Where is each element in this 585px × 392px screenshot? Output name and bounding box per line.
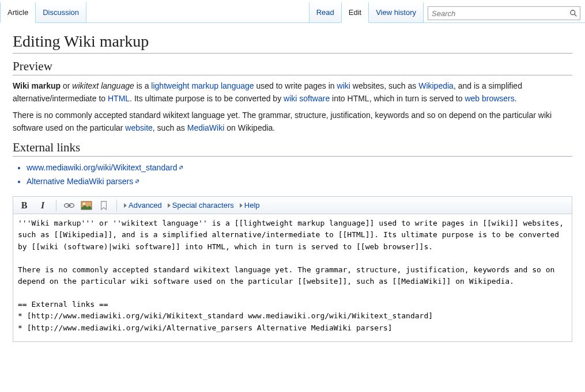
toolbar-special-characters[interactable]: Special characters <box>168 201 234 210</box>
list-item: www.mediawiki.org/wiki/Wikitext_standard <box>27 161 572 175</box>
tab-edit[interactable]: Edit <box>341 2 369 23</box>
toolbar-separator <box>56 200 56 211</box>
italic-button[interactable]: I <box>36 199 49 212</box>
wikitext-textarea[interactable] <box>13 214 572 340</box>
link-mediawiki[interactable]: MediaWiki <box>187 123 225 132</box>
top-tab-bar: Article Discussion Read Edit View histor… <box>0 0 585 23</box>
svg-point-0 <box>571 10 575 15</box>
search-container <box>428 6 580 20</box>
link-icon[interactable] <box>63 200 75 211</box>
content-area: Editing Wiki markup Preview Wiki markup … <box>0 23 585 342</box>
editor-toolbar: B I Advanced Special characters <box>13 197 572 214</box>
link-wiki[interactable]: wiki <box>337 81 350 90</box>
embedded-file-icon[interactable] <box>81 200 92 211</box>
toolbar-advanced[interactable]: Advanced <box>124 201 162 210</box>
link-html[interactable]: HTML <box>108 94 130 103</box>
external-link-alt-parsers[interactable]: Alternative MediaWiki parsers <box>27 177 133 186</box>
namespace-tabs: Article Discussion <box>0 2 86 22</box>
link-lightweight-markup[interactable]: lightweight markup language <box>151 81 254 90</box>
tab-view-history[interactable]: View history <box>368 2 424 22</box>
external-links-heading: External links <box>13 140 572 157</box>
tab-discussion[interactable]: Discussion <box>35 2 86 22</box>
view-tabs: Read Edit View history <box>309 2 423 22</box>
search-box[interactable] <box>428 6 580 20</box>
toolbar-help[interactable]: Help <box>240 201 260 210</box>
list-item: Alternative MediaWiki parsers <box>27 175 572 189</box>
search-input[interactable] <box>431 9 569 18</box>
external-links-list: www.mediawiki.org/wiki/Wikitext_standard… <box>13 161 572 189</box>
reference-icon[interactable] <box>98 200 110 211</box>
preview-heading: Preview <box>13 59 572 75</box>
link-website[interactable]: website <box>125 123 152 132</box>
link-wiki-software[interactable]: wiki software <box>284 94 330 103</box>
external-link-icon <box>134 175 140 181</box>
bold-text: Wiki markup <box>13 81 61 90</box>
search-icon[interactable] <box>569 9 578 17</box>
chevron-right-icon <box>240 203 243 208</box>
external-link-icon <box>178 161 184 167</box>
svg-point-6 <box>83 203 85 205</box>
bold-button[interactable]: B <box>18 199 31 212</box>
preview-paragraph-2: There is no commonly accepted standard w… <box>13 109 572 134</box>
italic-text: wikitext language <box>72 81 134 90</box>
toolbar-separator <box>116 200 117 211</box>
tab-read[interactable]: Read <box>309 2 342 22</box>
svg-line-1 <box>575 14 577 17</box>
tab-article[interactable]: Article <box>0 2 36 23</box>
page-title: Editing Wiki markup <box>13 32 572 54</box>
external-link-wikitext-standard[interactable]: www.mediawiki.org/wiki/Wikitext_standard <box>27 163 177 172</box>
link-web-browsers[interactable]: web browsers <box>465 94 514 103</box>
chevron-right-icon <box>124 203 127 208</box>
wikitext-editor: B I Advanced Special characters <box>13 196 572 342</box>
chevron-right-icon <box>168 203 171 208</box>
preview-paragraph-1: Wiki markup or wikitext language is a li… <box>13 80 572 105</box>
link-wikipedia[interactable]: Wikipedia <box>418 81 454 90</box>
